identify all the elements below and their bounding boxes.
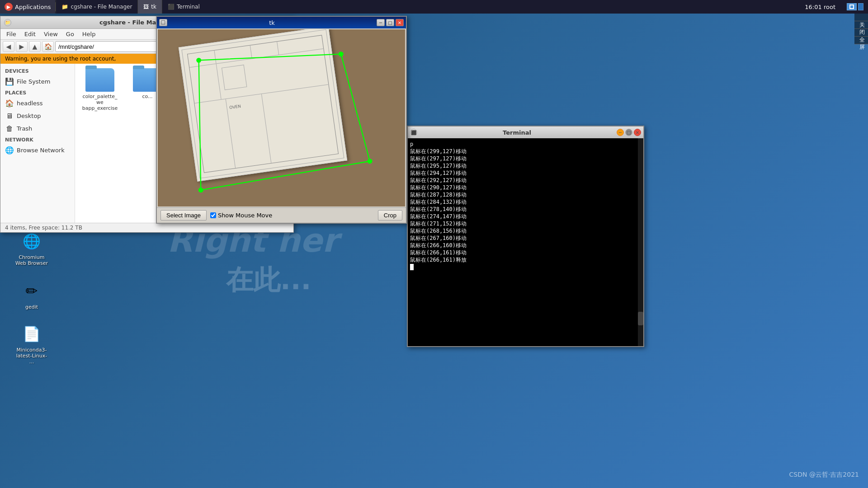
fm-sidebar: DEVICES 💾 File System PLACES 🏠 headless … — [0, 64, 75, 223]
terminal-cursor-line — [410, 263, 641, 271]
terminal-window-label: Terminal — [177, 4, 200, 10]
tk-image-area[interactable]: OVEN — [158, 29, 405, 206]
terminal-line-1: 鼠标在(299,127)移动 — [410, 148, 641, 155]
terminal-line-5: 鼠标在(292,127)移动 — [410, 177, 641, 184]
side-panel-close2-btn[interactable]: 闭 — [854, 21, 868, 29]
chromium-icon: 🌐 — [21, 230, 42, 252]
fm-sidebar-item-desktop[interactable]: 🖥 Desktop — [0, 109, 75, 122]
fm-statusbar: 4 items, Free space: 11.2 TB — [0, 223, 293, 232]
app-menu-icon: ▶ — [5, 3, 13, 11]
terminal-line-13: 鼠标在(267,160)移动 — [410, 235, 641, 242]
tk-titlebar: ☐ tk ─ □ ✕ — [157, 17, 406, 28]
desktop-icon-chromium[interactable]: 🌐 ChromiumWeb Browser — [14, 230, 50, 267]
sketch-mid-1 — [189, 64, 221, 103]
desktop-sidebar-label: Desktop — [17, 113, 41, 119]
sketch-outer-border: OVEN — [187, 35, 339, 173]
fm-forward-button[interactable]: ▶ — [16, 41, 28, 52]
terminal-maximize-button[interactable]: □ — [625, 129, 632, 136]
tk-maximize-button[interactable]: □ — [386, 19, 394, 26]
desktop-watermark-chinese: 在此... — [226, 262, 311, 299]
fm-file-item[interactable]: color_palette_webapp_exercise — [80, 68, 120, 112]
terminal-icon: ⬛ — [410, 129, 417, 136]
filesystem-icon: 💾 — [5, 77, 14, 86]
tk-bottom-bar: Select Image Show Mouse Move Crop — [157, 207, 406, 223]
csdn-watermark: CSDN @云哲·吉吉2021 — [789, 471, 859, 479]
fm-file-label-2: co... — [141, 93, 154, 100]
fm-home-button[interactable]: 🏠 — [42, 41, 54, 52]
headless-label: headless — [17, 100, 43, 107]
taskbar-filemanager-button[interactable]: 📁 cgshare - File Manager — [56, 0, 137, 14]
trash-icon: 🗑 — [5, 124, 14, 133]
tk-window-icon: 🖼 — [143, 4, 149, 10]
terminal-window: ⬛ Terminal ─ □ ✕ p 鼠标在(299,127)移动鼠标在(297… — [407, 126, 644, 347]
terminal-line-3: 鼠标在(295,127)移动 — [410, 162, 641, 169]
terminal-line-8: 鼠标在(284,132)移动 — [410, 198, 641, 206]
fm-sidebar-item-filesystem[interactable]: 💾 File System — [0, 75, 75, 88]
fm-menu-help[interactable]: Help — [79, 30, 99, 38]
tk-minimize-button[interactable]: ─ — [377, 19, 385, 26]
terminal-content[interactable]: p 鼠标在(299,127)移动鼠标在(297,127)移动鼠标在(295,12… — [408, 138, 643, 346]
fm-menu-file[interactable]: File — [3, 30, 20, 38]
fm-sidebar-item-network[interactable]: 🌐 Browse Network — [0, 144, 75, 156]
corner-bl — [198, 188, 203, 192]
tk-restore-button[interactable]: ☐ — [159, 19, 167, 26]
terminal-line-4: 鼠标在(294,127)移动 — [410, 169, 641, 177]
sketch-paper: OVEN — [179, 29, 347, 182]
fm-up-button[interactable]: ▲ — [29, 41, 41, 52]
show-mouse-move-input[interactable] — [210, 212, 216, 218]
fm-file-label-1: color_palette_webapp_exercise — [80, 93, 120, 112]
show-mouse-move-checkbox[interactable]: Show Mouse Move — [210, 212, 272, 219]
taskbar-tk-button[interactable]: 🖼 tk — [137, 0, 162, 14]
gedit-icon: ✏️ — [21, 280, 42, 302]
fm-menu-edit[interactable]: Edit — [21, 30, 39, 38]
fm-menu-go[interactable]: Go — [62, 30, 78, 38]
app-menu-label: Applications — [15, 4, 51, 10]
select-image-button[interactable]: Select Image — [160, 210, 207, 221]
corner-br — [368, 159, 373, 164]
tk-close-button[interactable]: ✕ — [396, 19, 404, 26]
corner-tr — [339, 52, 344, 56]
fm-menu-view[interactable]: View — [40, 30, 61, 38]
fm-sidebar-item-headless[interactable]: 🏠 headless — [0, 97, 75, 109]
chromium-label: ChromiumWeb Browser — [14, 254, 49, 267]
desktop-icon-gedit[interactable]: ✏️ gedit — [14, 280, 50, 310]
miniconda-icon: 📄 — [21, 323, 42, 345]
side-panel-fullscreen-btn[interactable]: 全 — [854, 29, 868, 37]
side-panel-close-btn[interactable]: 关 — [854, 14, 868, 21]
side-panel: 关 闭 全 屏 — [854, 14, 868, 44]
terminal-scrollbar[interactable] — [638, 138, 643, 346]
terminal-line-6: 鼠标在(290,127)移动 — [410, 184, 641, 191]
terminal-line-11: 鼠标在(271,152)移动 — [410, 220, 641, 227]
desktop-icon-miniconda[interactable]: 📄 Miniconda3-latest-Linux-... — [14, 323, 50, 365]
terminal-line-9: 鼠标在(278,140)移动 — [410, 206, 641, 213]
network-label: Browse Network — [17, 147, 65, 154]
wm-icon-2[interactable] — [858, 3, 863, 10]
fm-back-button[interactable]: ◀ — [3, 41, 14, 52]
applications-menu-button[interactable]: ▶ Applications — [0, 0, 55, 14]
side-panel-screen-btn[interactable]: 屏 — [854, 37, 868, 44]
tk-window: ☐ tk ─ □ ✕ — [156, 16, 407, 224]
terminal-titlebar: ⬛ Terminal ─ □ ✕ — [408, 127, 643, 138]
terminal-cursor — [410, 264, 414, 270]
headless-icon: 🏠 — [5, 99, 14, 108]
terminal-line-12: 鼠标在(268,156)移动 — [410, 227, 641, 235]
tk-title: tk — [169, 19, 375, 26]
terminal-scrollbar-thumb[interactable] — [638, 312, 643, 325]
terminal-line-10: 鼠标在(274,147)移动 — [410, 213, 641, 220]
desktop-sidebar-icon: 🖥 — [5, 111, 14, 120]
taskbar-clock: 16:01 root — [798, 4, 842, 10]
sketch-inner: OVEN — [182, 29, 344, 178]
network-icon: 🌐 — [5, 145, 14, 155]
terminal-line-16: 鼠标在(266,161)释放 — [410, 256, 641, 263]
terminal-line-7: 鼠标在(287,128)移动 — [410, 191, 641, 198]
taskbar-terminal-button[interactable]: ⬛ Terminal — [162, 0, 205, 14]
terminal-line-15: 鼠标在(266,161)移动 — [410, 249, 641, 256]
terminal-close-button[interactable]: ✕ — [634, 129, 641, 136]
terminal-title: Terminal — [419, 129, 615, 136]
crop-button[interactable]: Crop — [378, 210, 402, 221]
terminal-window-icon: ⬛ — [168, 4, 175, 10]
fm-sidebar-item-trash[interactable]: 🗑 Trash — [0, 122, 75, 135]
filesystem-label: File System — [17, 78, 50, 85]
wm-icon[interactable] — [847, 3, 857, 10]
terminal-minimize-button[interactable]: ─ — [617, 129, 624, 136]
